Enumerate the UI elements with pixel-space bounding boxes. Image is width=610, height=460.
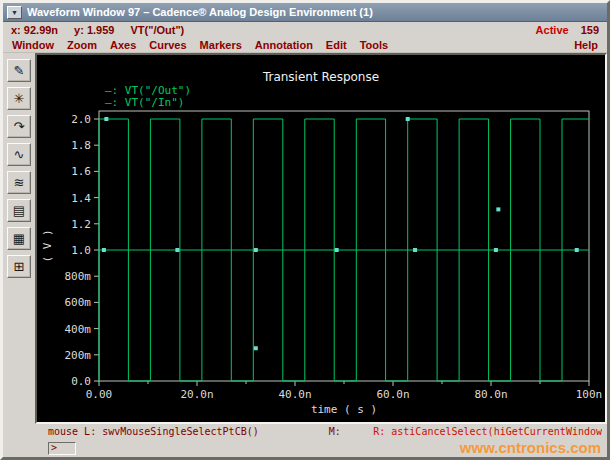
svg-text:1.6: 1.6 xyxy=(71,165,91,178)
plot-area[interactable]: Transient Response –: VT("/Out") –: VT("… xyxy=(35,53,607,424)
menu-item-tools[interactable]: Tools xyxy=(360,39,389,51)
menu-item-curves[interactable]: Curves xyxy=(149,39,186,51)
left-toolbar: ✎ ✳ ↷ ∿ ≋ ▤ ▦ ⊞ xyxy=(3,53,35,424)
svg-text:2.0: 2.0 xyxy=(71,113,91,126)
command-prompt[interactable]: > xyxy=(48,442,76,455)
main-area: ✎ ✳ ↷ ∿ ≋ ▤ ▦ ⊞ Transient Response –: VT… xyxy=(3,53,607,424)
svg-text:60.0n: 60.0n xyxy=(376,388,409,401)
coordinate-readout-bar: x: 92.99n y: 1.959 VT("/Out") Active 159 xyxy=(3,22,607,37)
svg-text:1.8: 1.8 xyxy=(71,139,91,152)
status-mouse-l: mouse L: swvMouseSingleSelectPtCB() xyxy=(48,426,259,437)
menu-item-annotation[interactable]: Annotation xyxy=(255,39,313,51)
svg-text:time ( s ): time ( s ) xyxy=(311,403,377,416)
menu-item-markers[interactable]: Markers xyxy=(200,39,242,51)
svg-text:0.00: 0.00 xyxy=(86,388,113,401)
svg-text:1.0: 1.0 xyxy=(71,244,91,257)
svg-text:0.0: 0.0 xyxy=(71,375,91,388)
window-menu-icon: ▼ xyxy=(11,9,18,16)
prompt-bar: > xyxy=(3,439,607,457)
svg-text:600m: 600m xyxy=(65,296,92,309)
zoom-fit-icon: ✳ xyxy=(14,91,25,106)
strip-chart-button[interactable]: ▤ xyxy=(7,199,31,222)
menu-item-axes[interactable]: Axes xyxy=(110,39,136,51)
svg-text:1.2: 1.2 xyxy=(71,218,91,231)
slope-marker-icon: ∿ xyxy=(14,147,25,162)
window-titlebar: ▼ Waveform Window 97 – Cadence® Analog D… xyxy=(3,3,607,22)
svg-text:40.0n: 40.0n xyxy=(278,388,311,401)
menu-item-edit[interactable]: Edit xyxy=(326,39,347,51)
menu-bar: Window Zoom Axes Curves Markers Annotati… xyxy=(3,37,607,53)
status-m: M: xyxy=(329,426,341,437)
svg-text:80.0n: 80.0n xyxy=(474,388,507,401)
waveform-button[interactable]: ≋ xyxy=(7,171,31,194)
coords-y: y: 1.959 xyxy=(74,24,114,36)
plot-canvas[interactable]: 0.0200m400m600m800m1.01.21.41.61.82.00.0… xyxy=(37,55,605,422)
strip-chart-icon: ▤ xyxy=(13,203,25,218)
pen-icon: ✎ xyxy=(14,63,25,78)
svg-text:1.4: 1.4 xyxy=(71,192,91,205)
svg-text:400m: 400m xyxy=(65,323,92,336)
coords-x: x: 92.99n xyxy=(11,24,58,36)
waveform-icon: ≋ xyxy=(14,175,25,190)
zoom-fit-button[interactable]: ✳ xyxy=(7,87,31,110)
active-label: Active xyxy=(536,24,569,36)
slope-marker-button[interactable]: ∿ xyxy=(7,143,31,166)
pan-icon: ↷ xyxy=(14,119,25,134)
pen-tool-button[interactable]: ✎ xyxy=(7,59,31,82)
subwindow-icon: ⊞ xyxy=(14,259,25,274)
svg-text:100n: 100n xyxy=(576,388,603,401)
active-count: 159 xyxy=(581,24,599,36)
svg-text:20.0n: 20.0n xyxy=(180,388,213,401)
selected-trace: VT("/Out") xyxy=(130,24,184,36)
menu-item-zoom[interactable]: Zoom xyxy=(67,39,97,51)
svg-text:200m: 200m xyxy=(65,349,92,362)
svg-text:800m: 800m xyxy=(65,270,92,283)
status-r: R: astiCancelSelect(hiGetCurrentWindow xyxy=(373,426,602,437)
svg-text:( V ): ( V ) xyxy=(41,229,54,262)
menu-item-window[interactable]: Window xyxy=(12,39,54,51)
grid-icon: ▦ xyxy=(13,231,25,246)
window-menu-button[interactable]: ▼ xyxy=(7,6,22,19)
pan-button[interactable]: ↷ xyxy=(7,115,31,138)
window-title: Waveform Window 97 – Cadence® Analog Des… xyxy=(27,6,373,18)
subwindow-button[interactable]: ⊞ xyxy=(7,255,31,278)
grid-button[interactable]: ▦ xyxy=(7,227,31,250)
waveform-window: ▼ Waveform Window 97 – Cadence® Analog D… xyxy=(0,0,610,460)
status-bar: mouse L: swvMouseSingleSelectPtCB() M: R… xyxy=(3,424,607,439)
menu-item-help[interactable]: Help xyxy=(574,39,598,51)
